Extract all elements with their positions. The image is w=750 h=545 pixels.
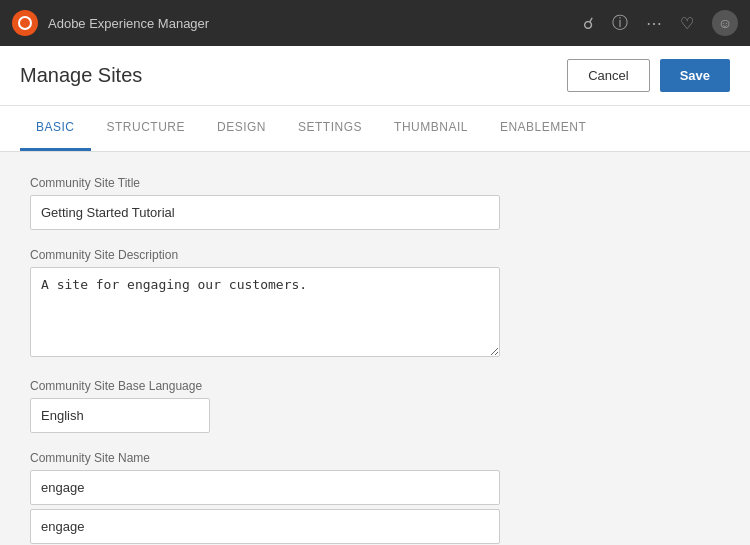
app-title: Adobe Experience Manager	[48, 16, 573, 31]
app-logo	[12, 10, 38, 36]
cancel-button[interactable]: Cancel	[567, 59, 649, 92]
site-name-group: Community Site Name	[30, 451, 720, 544]
page-title: Manage Sites	[20, 64, 142, 87]
tab-enablement[interactable]: ENABLEMENT	[484, 106, 602, 151]
tab-design[interactable]: DESIGN	[201, 106, 282, 151]
bell-icon[interactable]: ♡	[680, 14, 694, 33]
site-name-input[interactable]	[30, 470, 500, 505]
search-icon[interactable]: ☌	[583, 14, 594, 33]
site-title-group: Community Site Title	[30, 176, 720, 230]
site-description-textarea[interactable]	[30, 267, 500, 357]
user-avatar[interactable]: ☺	[712, 10, 738, 36]
site-language-input[interactable]	[30, 398, 210, 433]
site-title-input[interactable]	[30, 195, 500, 230]
site-language-label: Community Site Base Language	[30, 379, 720, 393]
help-icon[interactable]: ⓘ	[612, 13, 628, 34]
grid-icon[interactable]: ⋯	[646, 14, 662, 33]
site-language-group: Community Site Base Language	[30, 379, 720, 433]
topbar-icons: ☌ ⓘ ⋯ ♡ ☺	[583, 10, 738, 36]
tab-structure[interactable]: STRUCTURE	[91, 106, 202, 151]
tab-thumbnail[interactable]: THUMBNAIL	[378, 106, 484, 151]
site-title-label: Community Site Title	[30, 176, 720, 190]
page-header: Manage Sites Cancel Save	[0, 46, 750, 106]
site-description-group: Community Site Description	[30, 248, 720, 361]
logo-circle	[18, 16, 32, 30]
main-content: Community Site Title Community Site Desc…	[0, 152, 750, 545]
tab-settings[interactable]: SETTINGS	[282, 106, 378, 151]
user-icon: ☺	[718, 15, 732, 31]
topbar: Adobe Experience Manager ☌ ⓘ ⋯ ♡ ☺	[0, 0, 750, 46]
save-button[interactable]: Save	[660, 59, 730, 92]
tab-nav: BASIC STRUCTURE DESIGN SETTINGS THUMBNAI…	[0, 106, 750, 152]
tab-basic[interactable]: BASIC	[20, 106, 91, 151]
site-name-label: Community Site Name	[30, 451, 720, 465]
site-description-label: Community Site Description	[30, 248, 720, 262]
site-name-url-input[interactable]	[30, 509, 500, 544]
header-actions: Cancel Save	[567, 59, 730, 92]
